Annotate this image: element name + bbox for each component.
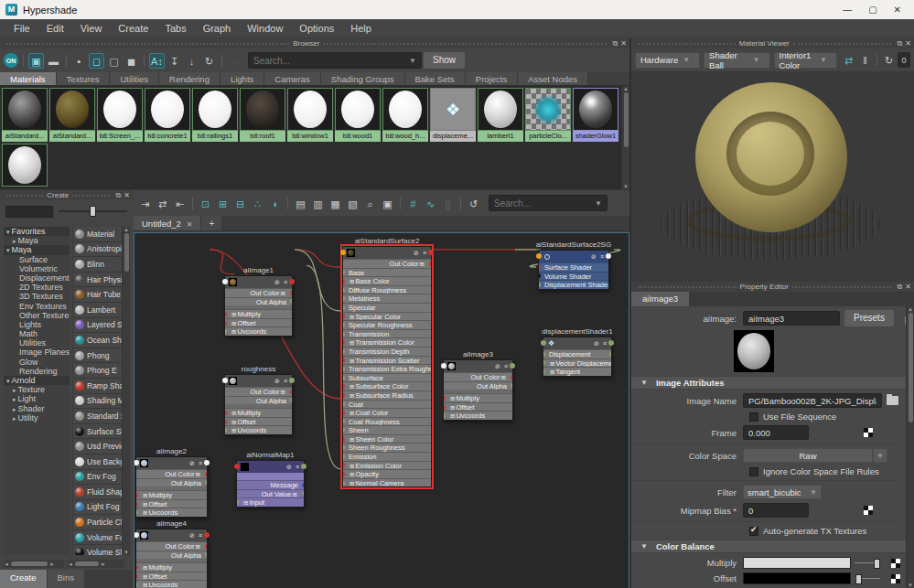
swatch-grid-view-icon[interactable]: ▣ (28, 53, 44, 69)
port-green-input[interactable] (343, 296, 345, 301)
create-node-volume-sh[interactable]: Volume Sh (73, 545, 122, 555)
expand-box-icon[interactable]: ⊞ (450, 395, 455, 401)
create-node-hair-tube-s[interactable]: Hair Tube S (73, 287, 122, 303)
port-green-output[interactable] (290, 398, 292, 402)
tree-item-glow[interactable]: Glow (4, 358, 70, 367)
port-green-input[interactable] (343, 481, 345, 486)
node-attribute-opacity[interactable]: ⊞Opacity (343, 469, 431, 478)
multiply-color-swatch[interactable] (743, 557, 851, 569)
menu-help[interactable]: Help (342, 19, 380, 37)
node-header[interactable]: ⊘ ≡ (444, 360, 512, 372)
close-tab-icon[interactable]: ✕ (187, 220, 193, 229)
close-button[interactable]: ✕ (894, 5, 901, 15)
node-displacementShader1[interactable]: displacementShader1❖⊘ ≡Displacement⊞Vect… (543, 337, 612, 377)
expand-box-icon[interactable]: ⊞ (143, 509, 147, 516)
node-attribute-offset[interactable]: ⊞Offset (136, 499, 207, 508)
port-red-input[interactable] (136, 502, 138, 507)
presets-button[interactable]: Presets (844, 310, 894, 326)
port-white-input[interactable] (222, 279, 228, 284)
filters-on-toggle[interactable]: ON (4, 53, 18, 68)
node-editor-search-dropdown-icon[interactable]: ▼ (590, 199, 607, 208)
port-blue-output[interactable] (302, 483, 304, 487)
port-red-input[interactable] (444, 405, 446, 410)
node-header[interactable]: ⊘ ≡ (225, 375, 292, 387)
display-connected-attributes-icon[interactable]: ▥ (310, 196, 326, 211)
rearrange-graph-icon[interactable]: ∴ (250, 196, 265, 211)
create-node-material[interactable]: Material (73, 227, 122, 242)
menu-create[interactable]: Create (110, 19, 156, 37)
port-green-input[interactable] (343, 428, 345, 433)
create-list-scrollbar[interactable]: ▲▼ (122, 227, 130, 555)
sort-by-type-icon[interactable]: ↧ (167, 53, 182, 69)
material-swatch-aistandard-[interactable]: aiStandard... (49, 88, 95, 142)
create-node-volume-fo[interactable]: Volume Fo (73, 530, 122, 546)
node-header[interactable]: ⊘ ≡ (136, 529, 207, 541)
all-connections-icon[interactable]: ⇄ (155, 196, 170, 211)
property-editor-scrollbar[interactable]: ▲▼ (906, 306, 914, 588)
swatch-size-slider[interactable] (59, 206, 127, 217)
port-green-output[interactable] (511, 383, 512, 388)
show-button[interactable]: Show (424, 52, 465, 69)
node-header-icons[interactable]: ⊘ ≡ (286, 464, 300, 471)
port-red-input[interactable] (343, 340, 345, 345)
port-green-input[interactable] (136, 583, 138, 587)
frame-selection-icon[interactable]: ▣ (380, 196, 395, 211)
port-red-input[interactable] (136, 493, 138, 497)
node-editor-search-input[interactable] (489, 198, 590, 208)
node-name-field[interactable] (743, 311, 840, 326)
port-red-output[interactable] (205, 472, 207, 476)
node-attribute-base-color[interactable]: ⊞Base Color (343, 276, 431, 285)
browser-tab-utilities[interactable]: Utilities (110, 72, 159, 85)
port-green-input[interactable] (541, 340, 546, 346)
node-header-icons[interactable]: ⊘ ≡ (189, 460, 203, 467)
node-attribute-multiply[interactable]: ⊞Multiply (225, 309, 292, 318)
browser-panel-header[interactable]: Browser ⧉ ✕ (0, 38, 629, 48)
connection-aiImage1-to-aiStandardSurface2[interactable] (295, 250, 340, 267)
expand-box-icon[interactable]: ⊞ (196, 543, 200, 550)
node-attribute-multiply[interactable]: ⊞Multiply (444, 393, 512, 402)
offset-slider[interactable] (855, 573, 880, 584)
material-swatch-b8-railings1[interactable]: b8:railings1 (192, 88, 238, 142)
node-attribute-uvcoords[interactable]: ⊞Uvcoords (136, 508, 207, 517)
node-attribute-input[interactable]: ⊞Input (237, 497, 304, 507)
expand-box-icon[interactable]: ⊞ (281, 389, 285, 395)
offset-map-button[interactable] (891, 574, 900, 583)
add-upstream-graph-icon[interactable]: ⊞ (215, 196, 231, 211)
expand-box-icon[interactable]: ⊞ (143, 573, 147, 580)
node-attribute-surface-shader[interactable]: Surface Shader (539, 262, 608, 272)
browser-search-input[interactable] (249, 56, 404, 66)
tree-item-maya[interactable]: Maya (4, 245, 70, 254)
lock-icon[interactable]: ▯ (440, 196, 456, 211)
create-filter-input[interactable] (5, 206, 53, 218)
expand-box-icon[interactable]: ⊞ (243, 499, 248, 506)
port-orange-input[interactable] (340, 250, 346, 255)
output-connections-icon[interactable]: ⇤ (172, 196, 188, 211)
create-node-surface-sh[interactable]: Surface Sh (73, 424, 122, 440)
port-white-output[interactable] (606, 253, 611, 259)
port-red-input[interactable] (343, 314, 345, 318)
port-green-input[interactable] (343, 305, 345, 310)
create-node-use-backg[interactable]: Use Backg (73, 454, 122, 470)
port-red-input[interactable] (225, 321, 227, 326)
frame-field[interactable] (743, 425, 809, 440)
color-space-dropdown[interactable]: Raw (743, 448, 873, 463)
refresh-graph-icon[interactable]: ↺ (466, 196, 481, 211)
tree-item-other-textures[interactable]: Other Textures (4, 311, 70, 320)
node-attribute-emission[interactable]: Emission (343, 452, 431, 461)
material-viewer-header[interactable]: Material Viewer ⧉ ✕ (631, 38, 914, 48)
port-red-input[interactable] (343, 279, 345, 283)
expand-box-icon[interactable]: ⊞ (349, 392, 354, 399)
expand-box-icon[interactable]: ⊞ (143, 501, 147, 508)
node-attribute-displacement-shader[interactable]: Displacement Shader (539, 280, 608, 289)
tree-item-arnold[interactable]: Arnold (4, 376, 70, 385)
expand-box-icon[interactable]: ⊞ (349, 339, 354, 346)
node-attribute-out-color[interactable]: Out Color⊞ (444, 372, 512, 381)
menu-tabs[interactable]: Tabs (156, 19, 194, 37)
port-red-output[interactable] (428, 250, 434, 255)
pause-render-icon[interactable]: ‖ (857, 52, 873, 68)
expand-box-icon[interactable]: ⊞ (349, 278, 354, 284)
offset-color-swatch[interactable] (743, 572, 851, 584)
port-green-output[interactable] (205, 552, 207, 557)
expand-box-icon[interactable]: ⊞ (281, 290, 285, 296)
swatch-size-medium-icon[interactable]: ◻ (89, 53, 104, 69)
